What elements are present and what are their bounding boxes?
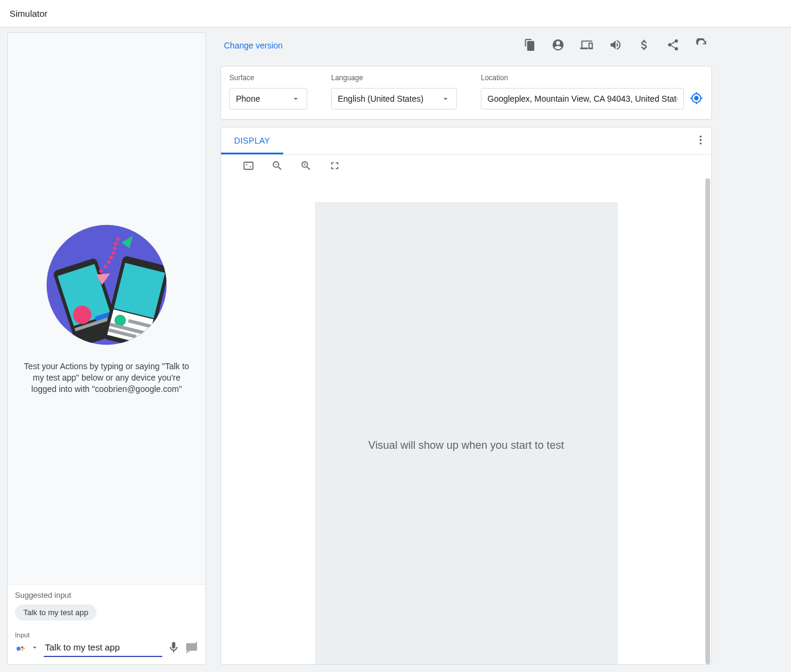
device-placeholder: Visual will show up when you start to te… (315, 202, 618, 664)
svg-point-30 (699, 136, 701, 138)
fit-icon[interactable] (243, 160, 254, 174)
svg-point-25 (17, 646, 21, 650)
voice-disabled-icon[interactable] (185, 641, 198, 656)
svg-point-20 (107, 260, 111, 264)
location-label: Location (481, 74, 703, 82)
svg-point-17 (113, 247, 117, 250)
refresh-icon[interactable] (695, 38, 708, 53)
svg-point-34 (246, 164, 247, 165)
hero-caption: Test your Actions by typing or saying "T… (21, 361, 192, 395)
volume-icon[interactable] (609, 38, 622, 53)
display-card: DISPLAY Visual will show up when you sta… (220, 127, 712, 665)
input-block: Input (8, 631, 205, 664)
change-version-link[interactable]: Change version (224, 41, 283, 50)
share-icon[interactable] (666, 38, 680, 53)
svg-rect-33 (244, 162, 253, 169)
copy-icon[interactable] (523, 38, 536, 53)
dollar-icon[interactable] (638, 38, 651, 53)
assistant-icon[interactable] (15, 643, 26, 654)
svg-point-26 (21, 646, 23, 648)
svg-point-28 (23, 647, 25, 649)
devices-icon[interactable] (580, 38, 593, 53)
svg-point-32 (699, 142, 701, 144)
fullscreen-icon[interactable] (329, 160, 341, 174)
surface-label: Surface (229, 74, 307, 82)
svg-point-22 (99, 269, 103, 273)
suggested-input-block: Suggested input Talk to my test app (8, 584, 205, 631)
language-value: English (United States) (338, 94, 423, 104)
input-label: Input (15, 631, 198, 638)
chevron-down-icon (291, 94, 301, 104)
placeholder-text: Visual will show up when you start to te… (368, 439, 564, 452)
gps-icon[interactable] (690, 92, 703, 107)
location-input[interactable] (481, 88, 684, 110)
settings-card: Surface Phone Language English (United S… (220, 66, 712, 120)
svg-point-31 (699, 139, 701, 141)
surface-select[interactable]: Phone (229, 88, 307, 110)
chevron-down-icon[interactable] (31, 643, 39, 653)
svg-point-16 (114, 242, 117, 246)
suggested-chip[interactable]: Talk to my test app (15, 604, 96, 621)
page-title-row: Simulator (0, 0, 791, 27)
chevron-down-icon (441, 94, 450, 104)
svg-point-18 (112, 251, 116, 255)
page-title: Simulator (10, 8, 47, 19)
zoom-out-icon[interactable] (271, 160, 283, 174)
surface-value: Phone (236, 94, 260, 104)
svg-point-19 (110, 256, 113, 259)
more-icon[interactable] (695, 134, 707, 148)
language-select[interactable]: English (United States) (331, 88, 457, 110)
user-icon[interactable] (551, 38, 565, 53)
suggested-input-label: Suggested input (15, 591, 198, 600)
svg-marker-14 (137, 340, 146, 348)
input-field[interactable] (44, 640, 162, 657)
language-label: Language (331, 74, 457, 82)
tab-display[interactable]: DISPLAY (221, 127, 283, 154)
svg-point-21 (104, 265, 107, 269)
hero-illustration (44, 222, 169, 348)
scrollbar[interactable] (705, 178, 710, 664)
zoom-in-icon[interactable] (300, 160, 312, 174)
svg-point-27 (22, 649, 23, 650)
microphone-icon[interactable] (167, 641, 180, 656)
conversation-panel: Test your Actions by typing or saying "T… (7, 32, 206, 665)
svg-point-15 (116, 238, 120, 241)
svg-point-35 (250, 166, 251, 168)
preview-area[interactable]: Visual will show up when you start to te… (221, 178, 711, 664)
